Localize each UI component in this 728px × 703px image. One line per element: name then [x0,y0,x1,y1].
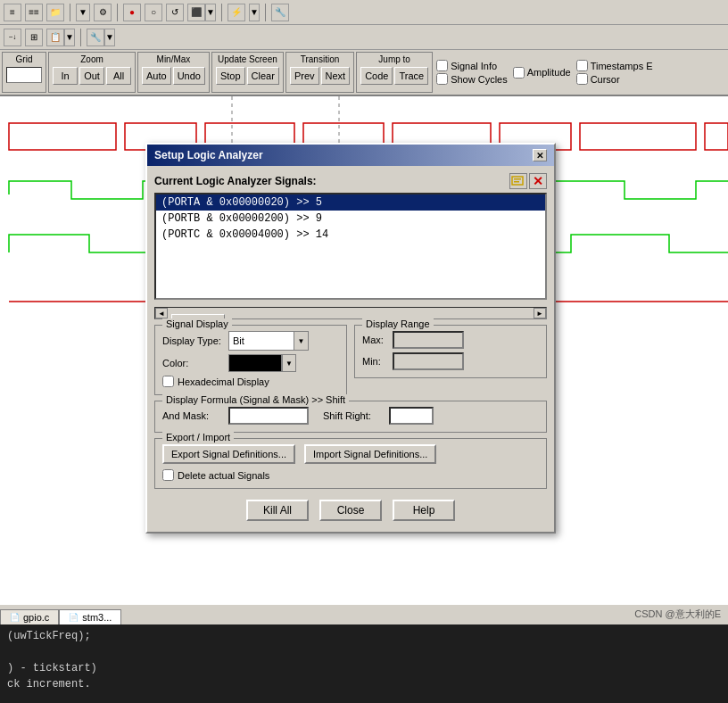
signal-item-1[interactable]: (PORTB & 0x00000200) >> 9 [156,211,545,227]
delete-signals-row: Delete actual Signals [162,469,539,481]
show-cycles-label: Show Cycles [451,74,508,85]
grid-btn[interactable]: ⊞ [25,29,43,46]
signal-display-title: Signal Display [162,318,232,329]
compile-btn[interactable]: ⚡ [228,4,245,21]
file-tab-stm3[interactable]: 📄 stm3... [59,609,121,624]
max-row: Max: 0xFFFF [362,331,539,349]
display-type-label: Display Type: [162,335,225,346]
file-tab-gpio[interactable]: 📄 gpio.c [0,609,59,624]
signals-list[interactable]: (PORTA & 0x00000020) >> 5 (PORTB & 0x000… [154,193,547,300]
delete-signals-cb[interactable] [162,469,174,481]
wave-btn[interactable]: ~↓ [4,29,21,46]
signal-display-col: Signal Display Display Type: Bit ▼ Color… [154,325,347,401]
signals-icons: ✕ [509,173,547,189]
kill-all-btn[interactable]: Kill All [246,500,309,521]
clipboard-dropdown[interactable]: ▼ [64,29,75,46]
toolbar-icon-1[interactable]: ≡ [4,4,21,21]
show-cycles-cb[interactable] [436,73,448,85]
shift-right-input[interactable]: 5 [389,407,434,425]
prev-btn[interactable]: Prev [290,67,319,85]
zoom-group: Zoom In Out All [48,52,136,93]
display-type-select[interactable]: Bit ▼ [228,331,309,351]
delete-signals-label: Delete actual Signals [178,470,269,481]
delete-signal-btn[interactable]: ✕ [529,173,547,189]
grid-label: Grid [16,54,33,65]
amplitude-cb[interactable] [513,67,525,79]
export-btn[interactable]: Export Signal Definitions... [162,444,295,464]
dialog-close-btn[interactable]: ✕ [533,149,547,161]
signal-info-cb[interactable] [436,60,448,71]
scroll-left-btn[interactable]: ◄ [155,308,168,318]
code-area: (uwTickFreq); ) - tickstart) ck incremen… [0,624,728,703]
code-line-3: ) - tickstart) [7,660,721,676]
formula-title: Display Formula (Signal & Mask) >> Shift [162,394,349,405]
toolbar-icon-2[interactable]: ≡≡ [25,4,43,21]
dialog-titlebar: Setup Logic Analyzer ✕ [147,145,554,166]
transition-label: Transition [301,54,340,65]
color-row: Color: ▼ [162,354,339,372]
select-btn[interactable]: ▼ [76,4,90,21]
signal-item-2[interactable]: (PORTC & 0x00004000) >> 14 [156,227,545,243]
import-btn[interactable]: Import Signal Definitions... [304,444,436,464]
tools2-dropdown[interactable]: ▼ [104,29,115,46]
top-toolbar: ≡ ≡≡ 📁 ▼ ⚙ ● ○ ↺ ⬛ ▼ ⚡ ▼ 🔧 [0,0,728,25]
display-type-value: Bit [229,335,294,346]
display-range-group: Display Range Max: 0xFFFF Min: 0x0 [354,325,547,378]
undo-btn[interactable]: Undo [173,67,205,85]
grid-group: Grid 0.5 s [2,52,46,93]
circle-btn[interactable]: ○ [145,4,162,21]
timestamps-label: Timestamps E [591,61,653,71]
stop-square-btn[interactable]: ⬛ [187,4,205,21]
close-btn[interactable]: Close [319,500,382,521]
clear-btn[interactable]: Clear [247,67,279,85]
wrench-btn[interactable]: 🔧 [271,4,289,21]
rec-btn[interactable]: ● [123,4,141,21]
zoom-all-btn[interactable]: All [106,67,131,85]
file-tabs-bar: 📄 gpio.c 📄 stm3... [0,605,728,624]
stop-dropdown[interactable]: ▼ [205,4,216,21]
update-screen-label: Update Screen [218,54,277,65]
hex-display-cb[interactable] [162,376,174,387]
amplitude-label: Amplitude [527,67,571,78]
jump-to-group: Jump to Code Trace [356,52,433,93]
jump-to-label: Jump to [378,54,410,65]
reload-btn[interactable]: ↺ [166,4,184,21]
zoom-in-btn[interactable]: In [53,67,78,85]
display-type-arrow[interactable]: ▼ [294,332,308,350]
stop-btn[interactable]: Stop [216,67,245,85]
zoom-out-btn[interactable]: Out [79,67,104,85]
svg-rect-12 [514,178,521,180]
minmax-label: Min/Max [157,54,191,65]
cursor-cb[interactable] [576,73,588,85]
timestamps-cb[interactable] [576,60,588,71]
toolbar-icon-3[interactable]: 📁 [46,4,64,21]
export-import-title: Export / Import [162,432,234,442]
compile-dropdown[interactable]: ▼ [249,4,260,21]
max-input[interactable]: 0xFFFF [393,331,464,349]
clipboard-btn[interactable]: 📋 [46,29,64,46]
min-row: Min: 0x0 [362,352,539,370]
trace-btn[interactable]: Trace [394,67,428,85]
scroll-right-btn[interactable]: ► [534,308,546,318]
signal-display-group: Signal Display Display Type: Bit ▼ Color… [154,325,347,395]
two-columns: Signal Display Display Type: Bit ▼ Color… [154,325,547,401]
color-label: Color: [162,358,225,368]
signals-scrollbar[interactable]: ◄ ► [154,307,547,319]
signal-item-0[interactable]: (PORTA & 0x00000020) >> 5 [156,194,545,211]
edit-signal-btn[interactable] [509,173,527,189]
checkbox-group-3: Timestamps E Cursor [575,52,655,93]
grid-value[interactable]: 0.5 s [6,67,42,83]
settings-btn[interactable]: ⚙ [94,4,112,21]
formula-row: And Mask: 0x00000020 Shift Right: 5 [162,407,539,428]
color-picker: ▼ [228,354,296,372]
code-btn[interactable]: Code [360,67,393,85]
help-btn[interactable]: Help [393,500,455,521]
color-dropdown-btn[interactable]: ▼ [282,354,296,372]
tools2-btn[interactable]: 🔧 [87,29,104,46]
second-toolbar: ~↓ ⊞ 📋 ▼ 🔧 ▼ [0,25,728,50]
code-line-4: ck increment. [7,676,721,692]
auto-btn[interactable]: Auto [142,67,171,85]
next-btn[interactable]: Next [321,67,351,85]
and-mask-input[interactable]: 0x00000020 [228,407,309,425]
min-input[interactable]: 0x0 [393,352,464,370]
